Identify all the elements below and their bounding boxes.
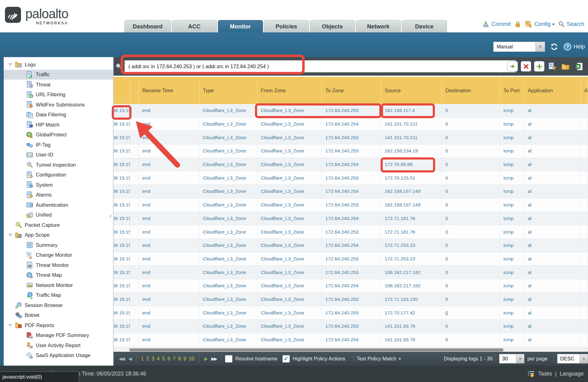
log-detail-button[interactable]: 06/06 15:15:17 bbox=[114, 185, 130, 198]
sidebar-item-change-monitor[interactable]: Change Monitor bbox=[4, 250, 113, 260]
log-row-9[interactable]: 06/06 15:15:16endCloudflare_L3_ZoneCloud… bbox=[114, 212, 588, 226]
log-row-10[interactable]: 06/06 15:15:16endCloudflare_L3_ZoneCloud… bbox=[114, 225, 588, 239]
log-row-13[interactable]: 06/06 15:15:15endCloudflare_L3_ZoneCloud… bbox=[114, 266, 588, 279]
filter-query-input[interactable]: ( addr.src in 172.64.240.253 ) or ( addr… bbox=[124, 60, 516, 73]
sidebar-item-tunnel-inspection[interactable]: Tunnel Inspection bbox=[4, 160, 113, 170]
column-header-from-zone[interactable]: From Zone bbox=[257, 77, 322, 104]
sidebar-collapse-icon[interactable]: ‹ bbox=[109, 210, 114, 222]
log-detail-button[interactable]: 06/06 15:15:15 bbox=[114, 279, 130, 293]
sidebar-item-saas-application-usage[interactable]: SaaS Application Usage bbox=[4, 351, 113, 361]
first-page-button[interactable]: ◀◀ bbox=[117, 356, 126, 362]
last-page-button[interactable]: ▶▶ bbox=[209, 356, 219, 362]
per-page-select[interactable]: 30 bbox=[499, 354, 516, 363]
sidebar-item-pdf-reports[interactable]: PDF Reports bbox=[4, 320, 113, 330]
sidebar-item-system[interactable]: System bbox=[4, 180, 113, 190]
tab-monitor[interactable]: Monitor bbox=[218, 20, 263, 32]
page-number-10[interactable]: 10 bbox=[189, 356, 194, 362]
sidebar-item-manage-pdf-summary[interactable]: Manage PDF Summary bbox=[4, 330, 113, 341]
log-row-7[interactable]: 06/06 15:15:17endCloudflare_L3_ZoneCloud… bbox=[114, 185, 588, 198]
expand-triangle-icon[interactable] bbox=[8, 62, 15, 67]
page-number-8[interactable]: 8 bbox=[178, 356, 181, 362]
commit-button[interactable]: Commit bbox=[482, 20, 511, 28]
page-number-7[interactable]: 7 bbox=[173, 356, 176, 362]
log-row-14[interactable]: 06/06 15:15:15endCloudflare_L3_ZoneCloud… bbox=[114, 279, 588, 293]
sidebar-item-threat-map[interactable]: Threat Map bbox=[4, 270, 113, 280]
sidebar-item-user-id[interactable]: User-ID bbox=[4, 150, 113, 160]
sidebar-item-traffic[interactable]: Traffic bbox=[4, 70, 113, 80]
column-header-to-port[interactable]: To Port bbox=[500, 77, 524, 104]
log-detail-button[interactable]: 06/06 15:15:17 bbox=[114, 198, 130, 212]
log-row-1[interactable]: 06/06 15:15:19endCloudflare_L3_ZoneCloud… bbox=[114, 104, 588, 118]
log-detail-button[interactable]: 06/06 15:15:17 bbox=[114, 144, 130, 158]
clear-filter-button[interactable] bbox=[521, 61, 531, 72]
log-row-12[interactable]: 06/06 15:15:16endCloudflare_L3_ZoneCloud… bbox=[114, 252, 588, 266]
tab-device[interactable]: Device bbox=[402, 20, 447, 32]
log-detail-button[interactable]: 06/06 15:15:16 bbox=[114, 212, 130, 225]
per-page-select-arrow-icon[interactable]: ▼ bbox=[516, 354, 524, 363]
add-filter-button[interactable] bbox=[534, 61, 544, 72]
log-detail-button[interactable]: 06/06 15:15:16 bbox=[114, 225, 130, 239]
sort-order-select-arrow-icon[interactable]: ▼ bbox=[580, 354, 588, 363]
export-csv-button[interactable] bbox=[574, 61, 584, 72]
apply-filter-button[interactable] bbox=[507, 61, 518, 72]
page-number-1[interactable]: 1 bbox=[141, 356, 144, 362]
page-number-9[interactable]: 9 bbox=[183, 356, 186, 362]
log-row-15[interactable]: 06/06 15:15:14endCloudflare_L3_ZoneCloud… bbox=[114, 293, 588, 306]
scrollbar-thumb[interactable] bbox=[129, 348, 503, 351]
log-detail-button[interactable]: 06/06 15:15:19 bbox=[114, 104, 130, 117]
log-row-8[interactable]: 06/06 15:15:17endCloudflare_L3_ZoneCloud… bbox=[114, 198, 588, 212]
log-row-3[interactable]: 06/06 15:15:17endCloudflare_L3_ZoneCloud… bbox=[114, 131, 588, 144]
log-detail-button[interactable]: 06/06 15:15:16 bbox=[114, 252, 130, 266]
config-menu[interactable]: Config ▾ bbox=[525, 20, 554, 28]
help-icon[interactable]: ? bbox=[563, 43, 572, 51]
filter-builder-button[interactable] bbox=[547, 61, 558, 72]
sort-order-select[interactable]: DESC bbox=[557, 354, 580, 363]
tab-network[interactable]: Network bbox=[356, 20, 401, 32]
language-link[interactable]: Language bbox=[560, 371, 584, 377]
log-detail-button[interactable]: 06/06 15:15:14 bbox=[114, 320, 130, 333]
tab-policies[interactable]: Policies bbox=[264, 20, 309, 32]
search-button[interactable]: Search bbox=[558, 21, 584, 27]
log-detail-button[interactable]: 06/06 15:15:14 bbox=[114, 306, 130, 319]
log-detail-button[interactable]: 06/06 15:15:17 bbox=[114, 171, 130, 185]
sidebar-item-summary[interactable]: Summary bbox=[4, 240, 113, 250]
sidebar-item-app-scope[interactable]: App Scope bbox=[4, 230, 113, 240]
sidebar-item-hip-match[interactable]: HIP Match bbox=[4, 120, 113, 130]
column-header-application[interactable]: Application bbox=[524, 77, 581, 104]
sidebar-item-packet-capture[interactable]: Packet Capture bbox=[4, 220, 113, 230]
log-row-16[interactable]: 06/06 15:15:14endCloudflare_L3_ZoneCloud… bbox=[114, 306, 588, 320]
tab-objects[interactable]: Objects bbox=[310, 20, 355, 32]
log-row-18[interactable]: 06/06 15:15:14endCloudflare_L3_ZoneCloud… bbox=[114, 333, 588, 347]
log-row-11[interactable]: 06/06 15:15:16endCloudflare_L3_ZoneCloud… bbox=[114, 239, 588, 252]
refresh-interval-select[interactable]: Manual bbox=[493, 42, 536, 52]
sidebar-item-wildfire-submissions[interactable]: WildFire Submissions bbox=[4, 100, 113, 110]
checkbox-resolve-hostname[interactable]: ✓ bbox=[225, 355, 232, 363]
column-header-receive-time[interactable]: Receive Time bbox=[139, 77, 199, 104]
log-detail-button[interactable]: 06/06 15:15:17 bbox=[114, 131, 130, 144]
log-detail-button[interactable]: 06/06 15:15:16 bbox=[114, 239, 130, 252]
lock-icon[interactable] bbox=[514, 21, 521, 28]
page-number-5[interactable]: 5 bbox=[162, 356, 165, 362]
sidebar-item-unified[interactable]: Unified bbox=[4, 210, 113, 220]
column-header-type[interactable]: Type bbox=[199, 77, 257, 104]
horizontal-scrollbar[interactable] bbox=[114, 347, 588, 352]
tab-acc[interactable]: ACC bbox=[172, 20, 217, 32]
help-link[interactable]: Help bbox=[573, 44, 585, 50]
page-number-2[interactable]: 2 bbox=[146, 356, 149, 362]
expand-triangle-icon[interactable] bbox=[8, 323, 15, 328]
log-detail-button[interactable]: 06/06 15:15:17 bbox=[114, 118, 130, 131]
column-header-to-zone[interactable]: To Zone bbox=[322, 77, 381, 104]
refresh-select-arrow-icon[interactable]: ▼ bbox=[536, 42, 545, 52]
sidebar-item-threat[interactable]: Threat bbox=[4, 80, 113, 90]
log-row-5[interactable]: 06/06 15:15:17endCloudflare_L3_ZoneCloud… bbox=[114, 158, 588, 172]
sidebar-item-traffic-map[interactable]: Traffic Map bbox=[4, 290, 113, 301]
sidebar-item-configuration[interactable]: Configuration bbox=[4, 170, 113, 180]
column-header-ac[interactable]: Ac bbox=[581, 77, 588, 104]
sidebar-item-session-browser[interactable]: Session Browser bbox=[4, 300, 113, 310]
sidebar-item-alarms[interactable]: Alarms bbox=[4, 190, 113, 200]
log-row-17[interactable]: 06/06 15:15:14endCloudflare_L3_ZoneCloud… bbox=[114, 320, 588, 333]
tasks-link[interactable]: Tasks bbox=[538, 371, 552, 377]
sidebar-item-logs[interactable]: Logs bbox=[4, 60, 113, 70]
page-number-6[interactable]: 6 bbox=[168, 356, 170, 362]
test-policy-match-button[interactable]: Test Policy Match ▾ bbox=[357, 356, 401, 362]
